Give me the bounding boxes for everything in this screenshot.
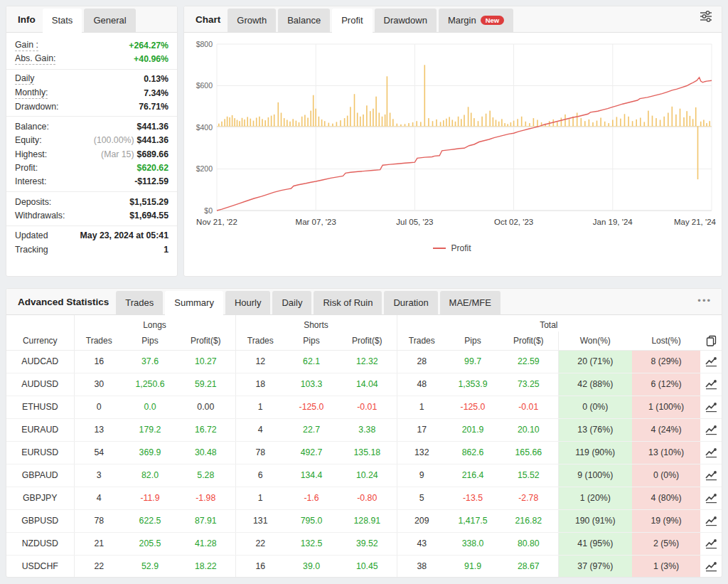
advanced-tab-hourly[interactable]: Hourly xyxy=(225,291,271,314)
advanced-tab-summary[interactable]: Summary xyxy=(165,291,223,315)
chart-settings-sliders-icon[interactable] xyxy=(697,9,714,32)
row-chart-icon[interactable] xyxy=(700,532,722,555)
chart-tab-drawdown[interactable]: Drawdown xyxy=(375,9,437,32)
value-cell: 78 xyxy=(235,441,285,464)
chart-tab-profit[interactable]: Profit xyxy=(332,9,372,33)
advanced-tab-risk-of-ruin[interactable]: Risk of Ruin xyxy=(314,291,382,314)
column-header-lost-[interactable]: Lost(%) xyxy=(632,331,700,350)
value-cell: -0.01 xyxy=(338,395,397,418)
value-cell: 622.5 xyxy=(124,509,176,532)
value-cell: 4 xyxy=(74,487,124,509)
won-cell: 9 (100%) xyxy=(558,464,632,487)
value-cell: 22.7 xyxy=(285,418,338,441)
chart-tab-growth[interactable]: Growth xyxy=(228,9,276,32)
value-cell: 1 xyxy=(397,395,446,418)
column-header-won-[interactable]: Won(%) xyxy=(558,331,632,350)
stat-row: Balance:$441.36 xyxy=(15,120,168,133)
value-cell: 135.18 xyxy=(338,441,397,464)
lost-cell: 1 (100%) xyxy=(632,395,700,418)
value-cell: 216.82 xyxy=(499,509,558,532)
value-cell: 9 xyxy=(397,464,446,487)
value-cell: 179.2 xyxy=(124,418,176,441)
value-cell: 39.52 xyxy=(338,532,397,555)
value-cell: 5.28 xyxy=(176,464,235,487)
stats-tabbar: Info StatsGeneral xyxy=(6,6,177,33)
advanced-tab-mae-mfe[interactable]: MAE/MFE xyxy=(440,291,500,314)
row-chart-icon[interactable] xyxy=(700,373,722,395)
value-cell: 1,250.6 xyxy=(124,373,176,395)
column-header-pips[interactable]: Pips xyxy=(285,331,338,350)
stats-list: Gain :+264.27%Abs. Gain:+40.96%Daily0.13… xyxy=(6,33,177,260)
value-cell: 30.48 xyxy=(176,441,235,464)
stat-label[interactable]: Gain : xyxy=(15,40,38,51)
table-column-header-row: CurrencyTradesPipsProfit($)TradesPipsPro… xyxy=(6,331,722,350)
more-options-icon[interactable]: ••• xyxy=(697,295,714,314)
advanced-tab-trades[interactable]: Trades xyxy=(116,291,163,314)
chart-tab-margin[interactable]: MarginNew xyxy=(439,9,513,32)
row-chart-icon[interactable] xyxy=(700,487,722,509)
table-row-eurusd: EURUSD54369.930.4878492.7135.18132862.61… xyxy=(6,441,722,464)
stat-label[interactable]: Abs. Gain: xyxy=(15,53,55,65)
copy-table-icon[interactable] xyxy=(700,331,722,350)
lost-cell: 8 (29%) xyxy=(632,350,700,373)
column-header-profit-[interactable]: Profit($) xyxy=(176,331,235,350)
value-cell: 73.25 xyxy=(499,373,558,395)
stat-row: Daily0.13% xyxy=(15,73,168,86)
svg-text:Mar 07, '23: Mar 07, '23 xyxy=(296,218,336,226)
stat-value: $441.36 xyxy=(137,122,168,132)
column-header-currency[interactable]: Currency xyxy=(6,331,74,350)
group-header-longs: Longs xyxy=(74,315,235,331)
column-header-trades[interactable]: Trades xyxy=(74,331,124,350)
value-cell: 4 xyxy=(235,418,285,441)
value-cell: 30 xyxy=(74,373,124,395)
value-cell: 492.7 xyxy=(285,441,338,464)
divider xyxy=(6,69,177,70)
advanced-tab-daily[interactable]: Daily xyxy=(272,291,311,314)
value-cell: 131 xyxy=(235,509,285,532)
column-header-profit-[interactable]: Profit($) xyxy=(338,331,397,350)
stat-label: Drawdown: xyxy=(15,102,59,112)
value-cell: 0.00 xyxy=(176,395,235,418)
stat-label[interactable]: Daily xyxy=(15,73,34,85)
row-chart-icon[interactable] xyxy=(700,509,722,532)
row-chart-icon[interactable] xyxy=(700,464,722,487)
stats-tab-stats[interactable]: Stats xyxy=(43,9,82,33)
stats-tab-general[interactable]: General xyxy=(84,9,135,32)
advanced-tab-duration[interactable]: Duration xyxy=(384,291,437,314)
column-header-pips[interactable]: Pips xyxy=(446,331,499,350)
stat-label: Tracking xyxy=(15,245,48,255)
value-cell: 103.3 xyxy=(285,373,338,395)
stat-value: +40.96% xyxy=(134,54,168,64)
column-header-trades[interactable]: Trades xyxy=(235,331,285,350)
value-cell: 205.5 xyxy=(124,532,176,555)
stat-value: May 23, 2024 at 05:41 xyxy=(80,230,168,240)
currency-cell: GBPAUD xyxy=(6,464,74,487)
svg-text:$0: $0 xyxy=(204,206,213,215)
column-header-profit-[interactable]: Profit($) xyxy=(499,331,558,350)
lost-cell: 4 (80%) xyxy=(632,487,700,509)
value-cell: 43 xyxy=(397,532,446,555)
stat-row: Highest:(Mar 15)$689.66 xyxy=(15,147,168,161)
row-chart-icon[interactable] xyxy=(700,395,722,418)
table-group-header-row: LongsShortsTotal xyxy=(6,315,722,331)
group-header-shorts: Shorts xyxy=(235,315,397,331)
table-row-ethusd: ETHUSD00.00.001-125.0-0.011-125.0-0.010 … xyxy=(6,395,722,418)
value-cell: -1.6 xyxy=(285,487,338,509)
legend-profit-marker xyxy=(433,248,446,249)
value-cell: 99.7 xyxy=(446,350,499,373)
stat-row: Equity:(100.00%)$441.36 xyxy=(15,134,168,147)
stat-value: $1,694.55 xyxy=(129,211,168,221)
chart-tab-balance[interactable]: Balance xyxy=(278,9,330,32)
row-chart-icon[interactable] xyxy=(700,418,722,441)
stat-label[interactable]: Monthly: xyxy=(15,87,48,99)
value-cell: -13.5 xyxy=(446,487,499,509)
value-cell: 165.66 xyxy=(499,441,558,464)
column-header-pips[interactable]: Pips xyxy=(124,331,176,350)
row-chart-icon[interactable] xyxy=(700,555,722,578)
row-chart-icon[interactable] xyxy=(700,441,722,464)
value-cell: 13 xyxy=(74,418,124,441)
column-header-trades[interactable]: Trades xyxy=(397,331,446,350)
chart-tabbar: Chart GrowthBalanceProfitDrawdownMarginN… xyxy=(184,6,722,33)
row-chart-icon[interactable] xyxy=(700,350,722,373)
chart-legend[interactable]: Profit xyxy=(186,238,719,259)
